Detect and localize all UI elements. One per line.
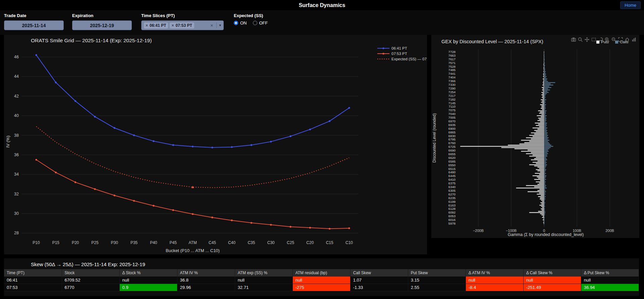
svg-text:7485: 7485 (448, 68, 455, 72)
time-slice-tag[interactable]: ×06:41 PT (144, 22, 168, 28)
svg-text:5978: 5978 (448, 222, 455, 225)
smile-legend-item[interactable]: Expected (SS) — 07:53 (377, 57, 427, 61)
smile-legend: 06:41 PT07:53 PTExpected (SS) — 07:53 (377, 46, 427, 61)
column-header: Δ Stock % (119, 269, 177, 277)
smile-title: ORATS Smile Grid — 2025-11-14 (Exp: 2025… (31, 38, 152, 43)
radio-on-label[interactable]: ON (240, 20, 247, 25)
reset-axes-icon[interactable] (625, 37, 630, 42)
svg-text:6585: 6585 (448, 160, 455, 163)
autoscale-icon[interactable] (618, 37, 623, 42)
radio-off[interactable] (253, 21, 257, 25)
table-cell: 0.9 (119, 284, 177, 291)
svg-text:P35: P35 (130, 240, 138, 245)
box-select-icon[interactable] (591, 37, 596, 42)
table-cell: null (235, 277, 292, 284)
trade-date-input[interactable]: 2025-11-14 (4, 20, 64, 30)
smile-series-2 (36, 126, 349, 188)
svg-text:40: 40 (14, 113, 19, 118)
svg-text:6092: 6092 (448, 211, 455, 214)
column-header: ATM IV % (177, 269, 235, 277)
zoom-icon[interactable] (578, 37, 583, 42)
gex-chart-panel: GEX by Discounted Level — 2025-11-14 (SP… (431, 35, 639, 238)
svg-text:6235: 6235 (448, 196, 455, 200)
table-cell: 29.96 (177, 284, 235, 291)
svg-text:6865: 6865 (448, 130, 455, 134)
column-header: Put Skew (408, 269, 466, 277)
svg-text:7617: 7617 (448, 57, 455, 61)
time-slices-label: Time Slices (PT) (141, 13, 224, 18)
radio-off-label[interactable]: OFF (259, 20, 268, 25)
gex-bars (460, 52, 555, 224)
svg-text:36: 36 (14, 153, 19, 157)
svg-text:C35: C35 (248, 240, 255, 245)
svg-text:6128: 6128 (448, 207, 455, 211)
column-header: ATM residual (bp) (292, 269, 350, 277)
time-slices-select[interactable]: ×06:41 PT ×07:53 PT × ▾ (141, 20, 224, 30)
radio-on[interactable] (234, 21, 238, 25)
remove-tag-icon[interactable]: × (171, 23, 174, 28)
svg-text:C40: C40 (228, 240, 235, 245)
smile-grid (21, 57, 358, 233)
smile-series-1 (35, 159, 350, 230)
svg-text:6480: 6480 (448, 170, 455, 174)
svg-text:7663: 7663 (448, 54, 455, 57)
svg-text:6725: 6725 (448, 145, 455, 148)
svg-text:6199: 6199 (448, 200, 455, 203)
svg-text:46: 46 (14, 55, 19, 59)
pan-icon[interactable] (584, 37, 590, 42)
table-cell: -8.4 (466, 284, 523, 291)
plotly-modebar (571, 37, 637, 42)
svg-text:6620: 6620 (448, 156, 455, 160)
table-cell: null (119, 277, 177, 284)
table-cell: null (292, 277, 350, 284)
remove-tag-icon[interactable]: × (146, 23, 148, 28)
table-cell: 36.94 (581, 284, 639, 291)
smile-legend-item[interactable]: 07:53 PT (377, 52, 407, 56)
svg-text:7040: 7040 (448, 112, 455, 116)
time-slices-control: Time Slices (PT) ×06:41 PT ×07:53 PT × ▾ (141, 13, 224, 30)
svg-text:7528: 7528 (448, 65, 455, 68)
expiration-input[interactable]: 2025-12-19 (72, 20, 132, 30)
camera-icon[interactable] (571, 37, 576, 42)
clear-all-icon[interactable]: × (209, 23, 214, 28)
smile-chart[interactable]: ORATS Smile Grid — 2025-11-14 (Exp: 2025… (4, 35, 427, 254)
smile-chart-panel: ORATS Smile Grid — 2025-11-14 (Exp: 2025… (4, 35, 427, 254)
time-slice-tag[interactable]: ×07:53 PT (170, 22, 194, 28)
table-cell: -275 (292, 284, 350, 291)
svg-text:38: 38 (14, 133, 19, 138)
gex-chart[interactable]: GEX by Discounted Level — 2025-11-14 (SP… (431, 35, 639, 238)
svg-text:6900: 6900 (448, 127, 455, 130)
svg-text:6970: 6970 (448, 119, 455, 123)
lasso-icon[interactable] (598, 37, 603, 42)
plotly-logo-icon[interactable] (631, 37, 637, 42)
table-header-row: Time (PT)StockΔ Stock %ATM IV %ATM exp (… (4, 269, 639, 277)
svg-text:32: 32 (14, 192, 19, 196)
svg-text:Expected (SS) — 07:53: Expected (SS) — 07:53 (391, 57, 427, 61)
column-header: Stock (62, 269, 119, 277)
svg-text:6830: 6830 (448, 134, 455, 138)
zoom-out-icon[interactable] (611, 37, 616, 42)
table-cell: 36.8 (177, 277, 235, 284)
svg-text:06:41 PT: 06:41 PT (391, 46, 407, 50)
svg-text:6690: 6690 (448, 148, 455, 152)
controls-bar: Trade Date 2025-11-14 Expiration 2025-12… (0, 11, 644, 35)
table-cell: -251.49 (523, 284, 581, 291)
column-header: ATM exp (SS) % (235, 269, 292, 277)
page-title: Surface Dynamics (299, 2, 345, 8)
svg-text:6270: 6270 (448, 192, 455, 196)
svg-text:7217: 7217 (448, 94, 455, 98)
svg-text:6340: 6340 (448, 185, 455, 189)
table-cell: 6770 (62, 284, 119, 291)
zoom-in-icon[interactable] (604, 37, 610, 42)
home-link[interactable]: Home (620, 1, 641, 9)
dropdown-caret-icon[interactable]: ▾ (216, 22, 221, 28)
svg-text:07:53 PT: 07:53 PT (391, 52, 407, 56)
time-slice-tag-label: 07:53 PT (175, 23, 192, 28)
smile-legend-item[interactable]: 06:41 PT (377, 46, 407, 50)
table-cell: 1.07 (350, 277, 408, 284)
svg-text:7005: 7005 (448, 116, 455, 119)
svg-text:34: 34 (14, 172, 19, 177)
svg-text:6053: 6053 (448, 214, 455, 218)
svg-text:P30: P30 (111, 240, 118, 245)
svg-text:7728: 7728 (448, 50, 455, 54)
